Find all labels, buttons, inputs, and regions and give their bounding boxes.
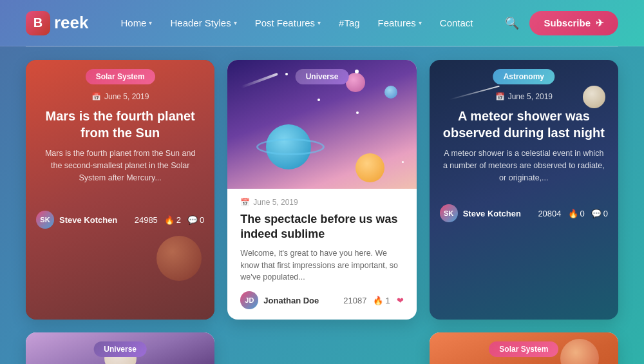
comment-icon: 💬 (187, 215, 198, 225)
category-badge-astronomy: Astronomy (493, 69, 554, 84)
empty-middle (227, 332, 416, 364)
card-astronomy[interactable]: Astronomy 📅 June 5, 2019 A meteor shower… (430, 60, 618, 320)
space-planet-blue (384, 86, 397, 99)
logo-icon: B (26, 11, 50, 35)
author-info: SK Steve Kotchen (440, 204, 521, 222)
main-nav: Home ▾ Header Styles ▾ Post Features ▾ #… (120, 17, 473, 28)
card-stats: 20804 🔥 0 💬 0 (538, 209, 608, 218)
space-comet (241, 73, 278, 88)
calendar-icon: 📅 (240, 198, 250, 207)
fire-icon: 🔥 (164, 215, 175, 225)
comment-icon: 💬 (591, 209, 601, 218)
category-badge-universe-bottom: Universe (93, 341, 147, 357)
space-planet-yellow (355, 153, 384, 182)
comments-stat: ❤ (397, 296, 404, 305)
card-title: The spectacle before us was indeed subli… (240, 212, 403, 242)
mars-planet-decoration (156, 236, 202, 281)
card-footer: SK Steve Kotchen 20804 🔥 0 💬 0 (430, 198, 618, 230)
comments-stat: 💬 0 (187, 215, 204, 225)
view-count: 21087 (343, 296, 366, 305)
avatar: SK (36, 211, 54, 229)
category-badge-solar-bottom: Solar System (489, 341, 558, 357)
card-solar-bottom[interactable]: Solar System (430, 332, 618, 364)
likes-stat: 🔥 0 (568, 209, 585, 218)
logo-text: reek (54, 13, 89, 33)
header-actions: 🔍 Subscribe ✈ (505, 11, 618, 35)
chevron-down-icon: ▾ (317, 19, 321, 26)
chevron-down-icon: ▾ (149, 19, 152, 26)
card-footer: SK Steve Kotchen 24985 🔥 2 💬 0 (26, 204, 214, 236)
author-name: Steve Kotchen (59, 215, 117, 225)
logo[interactable]: B reek (26, 11, 89, 35)
chevron-down-icon: ▾ (234, 19, 237, 26)
search-icon[interactable]: 🔍 (505, 16, 519, 30)
card-stats: 24985 🔥 2 💬 0 (135, 215, 205, 225)
card-date: 📅 June 5, 2019 (39, 92, 202, 101)
card-desc: Mars is the fourth planet from the Sun a… (39, 148, 202, 184)
nav-home[interactable]: Home ▾ (120, 17, 152, 28)
nav-header-styles[interactable]: Header Styles ▾ (170, 17, 236, 28)
card-solar-bottom-image: Solar System (430, 332, 618, 364)
card-date: 📅 June 5, 2019 (442, 92, 605, 101)
avatar: JD (240, 291, 258, 309)
card-stats: 21087 🔥 1 ❤ (343, 296, 403, 305)
solar-planet-decoration (560, 339, 599, 364)
avatar: SK (440, 204, 458, 222)
calendar-icon: 📅 (91, 92, 101, 101)
likes-stat: 🔥 1 (373, 296, 390, 305)
nav-features[interactable]: Features ▾ (378, 17, 422, 28)
author-name: Steve Kotchen (463, 209, 521, 218)
card-footer: JD Jonathan Doe 21087 🔥 1 ❤ (240, 291, 403, 309)
card-date: 📅 June 5, 2019 (240, 198, 403, 207)
chevron-down-icon: ▾ (419, 19, 422, 26)
card-universe-main[interactable]: Universe 📅 June 5, 2019 The spectacle be (227, 60, 416, 320)
heart-icon: ❤ (397, 296, 404, 305)
nav-tag[interactable]: #Tag (339, 17, 360, 28)
header: B reek Home ▾ Header Styles ▾ Post Featu… (0, 0, 644, 46)
space-star-4 (356, 111, 359, 114)
view-count: 24985 (135, 215, 158, 225)
author-info: JD Jonathan Doe (240, 291, 319, 309)
space-star-3 (355, 70, 359, 73)
author-info: SK Steve Kotchen (36, 211, 117, 229)
card-title: A meteor shower was observed during last… (442, 108, 605, 141)
main-content: Solar System 📅 June 5, 2019 Mars is the … (0, 47, 644, 364)
likes-stat: 🔥 2 (164, 215, 181, 225)
calendar-icon: 📅 (495, 92, 505, 101)
card-universe-bottom[interactable]: Universe (26, 332, 214, 364)
card-universe-image: Universe (227, 60, 416, 189)
fire-icon: 🔥 (568, 209, 578, 218)
comments-stat: 💬 0 (591, 209, 608, 218)
card-mars[interactable]: Solar System 📅 June 5, 2019 Mars is the … (26, 60, 214, 320)
card-universe-bottom-image: Universe (26, 332, 214, 364)
space-star-1 (285, 73, 288, 75)
nav-contact[interactable]: Contact (440, 17, 473, 28)
card-desc: Welcome, it's great to have you here. We… (240, 247, 403, 283)
space-star-5 (402, 161, 404, 163)
card-title: Mars is the fourth planet from the Sun (39, 108, 202, 141)
view-count: 20804 (538, 209, 561, 218)
space-planet-ringed (266, 124, 311, 169)
send-icon: ✈ (596, 17, 604, 29)
card-universe-content: 📅 June 5, 2019 The spectacle before us w… (227, 189, 416, 320)
fire-icon: 🔥 (373, 296, 383, 305)
category-badge-universe: Universe (296, 69, 349, 84)
subscribe-button[interactable]: Subscribe ✈ (529, 11, 618, 35)
author-name: Jonathan Doe (263, 296, 319, 305)
space-star-2 (317, 99, 320, 101)
cards-grid: Solar System 📅 June 5, 2019 Mars is the … (26, 60, 618, 364)
nav-post-features[interactable]: Post Features ▾ (255, 17, 321, 28)
category-badge-solar: Solar System (86, 69, 155, 84)
card-desc: A meteor shower is a celestial event in … (442, 148, 605, 184)
